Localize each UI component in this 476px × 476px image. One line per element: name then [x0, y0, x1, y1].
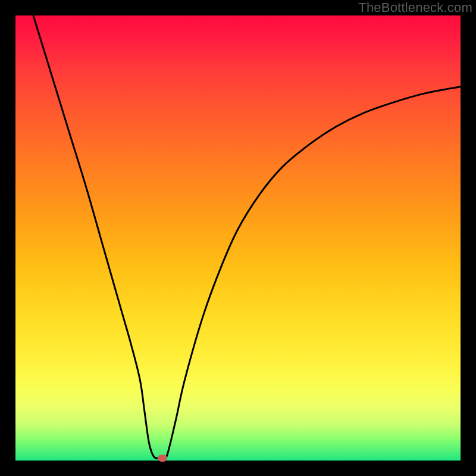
curve-path [33, 15, 461, 460]
watermark-text: TheBottleneck.com [358, 0, 472, 15]
minimum-marker [158, 455, 167, 462]
chart-frame: TheBottleneck.com [0, 0, 476, 476]
plot-area [15, 15, 461, 461]
bottleneck-curve [15, 15, 461, 461]
